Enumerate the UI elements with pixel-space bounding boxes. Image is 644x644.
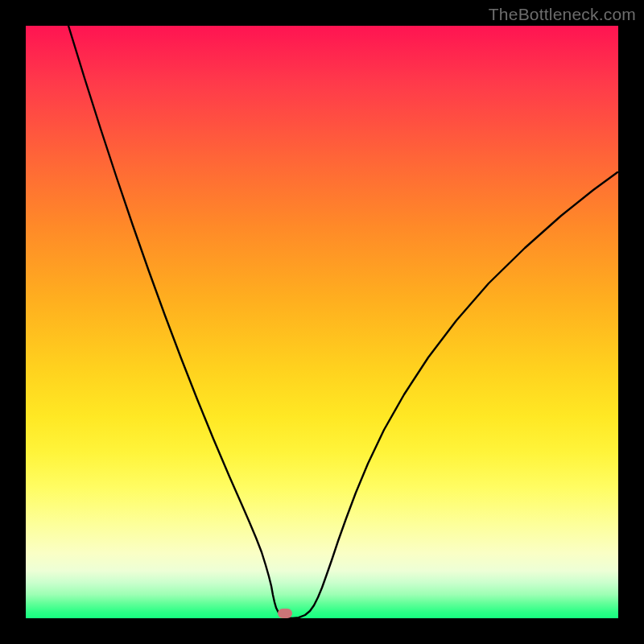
optimum-marker: [278, 609, 292, 618]
bottleneck-curve: [68, 26, 617, 618]
chart-container: TheBottleneck.com: [0, 0, 644, 644]
watermark-text: TheBottleneck.com: [489, 5, 636, 24]
plot-area: [26, 26, 618, 618]
curve-svg: [26, 26, 618, 618]
